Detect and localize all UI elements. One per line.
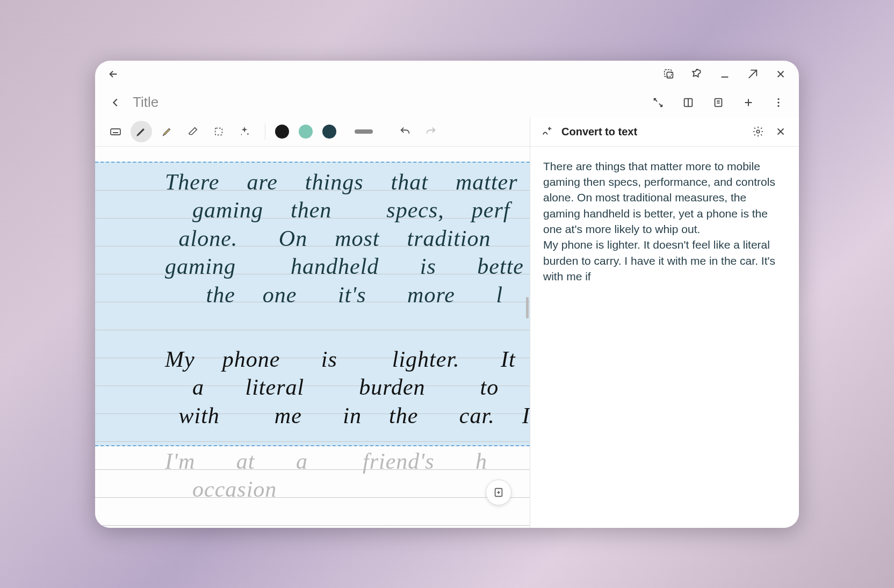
svg-rect-7 [111, 129, 120, 135]
drawing-toolbar-row [95, 118, 530, 147]
converted-paragraph-1: There are things that matter more to mob… [543, 158, 786, 237]
editor-body: There are things that matter gaming then… [95, 118, 799, 528]
lasso-tool-icon[interactable] [208, 121, 229, 142]
undo-icon[interactable] [394, 121, 416, 142]
reading-mode-icon[interactable] [681, 95, 696, 110]
convert-panel-header: Convert to text [530, 118, 799, 147]
back-arrow-icon[interactable] [106, 67, 121, 82]
svg-point-10 [241, 134, 242, 135]
app-window: Title [95, 61, 799, 528]
highlighter-tool-icon[interactable] [156, 121, 178, 142]
converted-paragraph-2: My phone is lighter. It doesn't feel lik… [543, 237, 786, 284]
svg-point-12 [756, 130, 760, 133]
eraser-tool-icon[interactable] [182, 121, 204, 142]
converted-text-body[interactable]: There are things that matter more to mob… [530, 147, 799, 528]
expand-icon[interactable] [651, 95, 666, 110]
note-title-input[interactable]: Title [133, 94, 158, 111]
maximize-icon[interactable] [745, 67, 760, 82]
svg-point-9 [247, 133, 249, 135]
color-swatch-dark[interactable] [322, 125, 336, 139]
ai-tool-icon[interactable] [234, 121, 255, 142]
stroke-width-chip[interactable] [355, 129, 373, 134]
color-picker-group [275, 125, 336, 139]
svg-point-5 [777, 101, 779, 103]
close-icon[interactable] [773, 67, 788, 82]
nav-back-icon[interactable] [108, 95, 123, 110]
svg-rect-8 [215, 128, 222, 135]
toolbar-separator [265, 124, 265, 140]
canvas-scrollbar[interactable] [526, 297, 529, 318]
page-view-icon[interactable] [711, 95, 726, 110]
minimize-icon[interactable] [717, 67, 732, 82]
app-header: Title [95, 88, 799, 118]
redo-icon[interactable] [420, 121, 442, 142]
settings-icon[interactable] [751, 124, 766, 139]
pen-tool-icon[interactable] [131, 121, 152, 142]
handwriting-canvas[interactable]: There are things that matter gaming then… [95, 147, 530, 528]
handwriting-to-text-icon [541, 125, 554, 138]
color-swatch-teal[interactable] [299, 125, 313, 139]
handwriting-block-2: My phone is lighter. It a literal burden… [165, 345, 530, 430]
color-swatch-black[interactable] [275, 125, 289, 139]
canvas-pane: There are things that matter gaming then… [95, 118, 530, 528]
svg-rect-1 [667, 72, 673, 78]
svg-point-6 [777, 105, 779, 106]
add-page-button[interactable] [486, 480, 511, 505]
svg-point-4 [777, 98, 779, 99]
pin-icon[interactable] [689, 67, 704, 82]
screenshot-icon[interactable] [661, 67, 676, 82]
keyboard-tool-icon[interactable] [105, 121, 126, 142]
close-panel-icon[interactable] [773, 124, 788, 139]
add-icon[interactable] [741, 95, 756, 110]
convert-panel-title: Convert to text [561, 126, 743, 138]
handwriting-block-1: There are things that matter gaming then… [165, 168, 530, 309]
convert-to-text-panel: Convert to text There are things that ma… [530, 118, 799, 528]
window-titlebar [95, 61, 799, 88]
more-icon[interactable] [771, 95, 786, 110]
handwriting-block-3: I'm at a friend's h occasion [165, 447, 530, 504]
svg-rect-0 [665, 69, 672, 76]
